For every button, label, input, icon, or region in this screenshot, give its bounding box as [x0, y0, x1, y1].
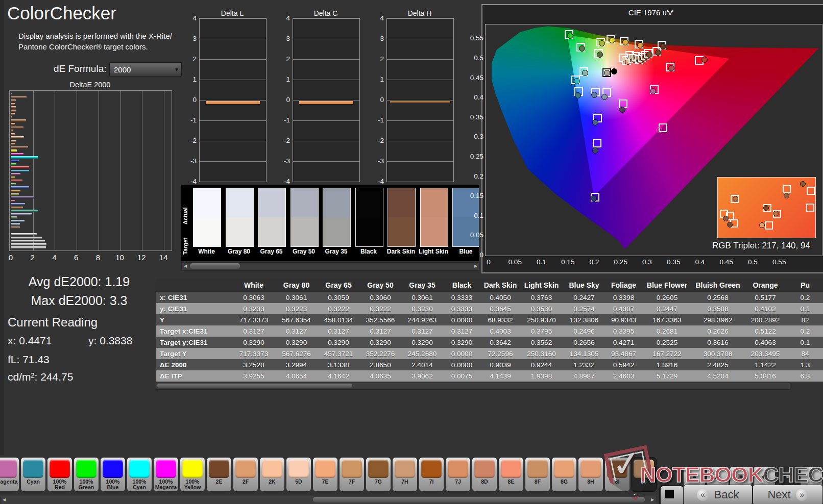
patch-button-8g[interactable]: 8G	[551, 457, 577, 492]
pattern-button[interactable]: ▶	[707, 466, 729, 487]
table-row: y: CIE310.32330.32230.32220.32220.32300.…	[156, 303, 823, 314]
back-button[interactable]: « Back	[683, 485, 753, 504]
patch-button-100--magenta[interactable]: 100% Magenta	[153, 457, 179, 492]
pattern-button[interactable]: ▲	[800, 466, 822, 487]
patch-button-8d[interactable]: 8D	[472, 457, 497, 492]
axis-tick-label: -4	[183, 178, 197, 185]
pattern-button[interactable]: ◆	[753, 466, 776, 487]
patch-button-100--cyan[interactable]: 100% Cyan	[127, 457, 152, 492]
patch-button-label: 7E	[313, 479, 337, 485]
patch-button-100--red[interactable]: 100% Red	[47, 457, 72, 492]
patch-button-label: 8J	[632, 479, 656, 485]
table-cell: 0.0000	[443, 348, 480, 359]
patch-button-100--green[interactable]: 100% Green	[74, 457, 99, 492]
patch-scrollbar[interactable]: ◀ ▶	[0, 496, 657, 504]
axis-tick-label: -2	[183, 137, 197, 144]
axis-tick-label: 0.1	[466, 212, 483, 219]
next-button[interactable]: Next »	[753, 485, 823, 504]
scroll-right-icon[interactable]: ▶	[649, 497, 656, 503]
axis-tick-label: 0.35	[466, 113, 483, 121]
axis-tick-label: 4	[371, 14, 384, 22]
patch-button-7j[interactable]: 7J	[445, 457, 471, 492]
deltae-bar	[11, 166, 29, 168]
patch-button-8h[interactable]: 8H	[578, 457, 603, 492]
deltae-bar	[11, 140, 16, 142]
patch-button-label: 8H	[578, 479, 603, 485]
swatch-scrollbar-thumb[interactable]	[190, 263, 240, 269]
patch-button-7i[interactable]: 7I	[419, 457, 444, 492]
table-cell: 4.5204	[692, 370, 743, 382]
deltae-bar	[11, 149, 17, 152]
pattern-window-button[interactable]	[659, 485, 685, 504]
table-scrollbar-thumb[interactable]	[157, 384, 352, 388]
patch-button-magenta[interactable]: Magenta	[0, 457, 19, 492]
axis-tick-label: 3	[371, 35, 384, 42]
axis-tick-label: 0.35	[667, 258, 680, 266]
row-label: Y	[156, 314, 232, 325]
patch-button-label: 2K	[260, 479, 284, 485]
column-header: Black	[443, 279, 480, 292]
deltae-bar	[11, 226, 20, 229]
patch-button-8i[interactable]: 8I	[604, 457, 630, 492]
swatch-scrollbar[interactable]: ◀ ▶	[181, 262, 480, 271]
table-cell: 1.8916	[642, 359, 692, 370]
patch-color-chip	[580, 460, 601, 478]
axis-tick-label: 4	[52, 253, 56, 262]
scroll-left-icon[interactable]: ◀	[182, 263, 188, 269]
swatch-target	[421, 217, 448, 246]
pattern-button[interactable]: ▣	[730, 466, 752, 487]
patch-button-7g[interactable]: 7G	[366, 457, 391, 492]
patch-button-2e[interactable]: 2E	[206, 457, 232, 492]
axis-tick-label: 0.1	[537, 258, 546, 266]
patch-button-100--blue[interactable]: 100% Blue	[100, 457, 126, 492]
scroll-left-icon[interactable]: ◀	[1, 497, 7, 503]
patch-button-cyan[interactable]: Cyan	[20, 457, 46, 492]
patch-color-chip	[315, 460, 335, 478]
patch-button-8j[interactable]: 8J	[631, 457, 657, 492]
patch-button-7h[interactable]: 7H	[392, 457, 418, 492]
inset-target-square	[807, 187, 815, 195]
deltae-bar	[11, 186, 29, 188]
gridline	[293, 18, 359, 19]
de-formula-dropdown[interactable]: 2000 ▼	[109, 62, 182, 77]
gridline	[293, 120, 359, 121]
patch-button-7e[interactable]: 7E	[312, 457, 338, 492]
axis-tick-label: -1	[277, 116, 290, 124]
deltae-bar	[11, 119, 26, 121]
inset-measured-circle	[784, 193, 789, 198]
table-cell: 0.0000	[443, 314, 480, 325]
table-cell: 717.3373	[232, 348, 275, 359]
patch-button-8e[interactable]: 8E	[498, 457, 524, 492]
delta-l-chart: 43210-1-2-3-4	[199, 18, 267, 182]
swatch-white	[193, 188, 221, 247]
patch-button-100--yellow[interactable]: 100% Yellow	[180, 457, 205, 492]
patch-button-2k[interactable]: 2K	[259, 457, 285, 492]
inset-target-square	[783, 185, 791, 193]
table-scrollbar[interactable]	[156, 383, 790, 390]
table-cell: 0.3290	[443, 337, 480, 348]
gridline	[293, 59, 359, 60]
chevron-down-icon[interactable]: ▼	[172, 67, 181, 72]
delta-c-title: Delta C	[293, 9, 359, 17]
scroll-right-icon[interactable]: ▶	[473, 263, 479, 269]
patch-scrollbar-thumb[interactable]	[313, 497, 645, 502]
pattern-button[interactable]: ■	[683, 466, 706, 487]
patch-button-8f[interactable]: 8F	[525, 457, 550, 492]
cie-measured-circle	[619, 107, 625, 113]
patch-button-2f[interactable]: 2F	[233, 457, 258, 492]
deltae-bar	[11, 213, 32, 215]
table-cell: 0.3398	[606, 292, 642, 303]
swatch-actual	[193, 188, 221, 217]
gridline	[77, 91, 77, 250]
swatch-target	[226, 217, 253, 246]
axis-tick-label: 0.05	[509, 258, 522, 266]
patch-color-chip	[129, 460, 150, 478]
patch-button-7f[interactable]: 7F	[339, 457, 365, 492]
column-header: Blue Sky	[563, 279, 606, 292]
table-cell: 352.2276	[359, 348, 401, 359]
patch-button-5d[interactable]: 5D	[286, 457, 311, 492]
table-cell: 0.2525	[642, 337, 692, 348]
pattern-button[interactable]: ●	[777, 466, 799, 487]
deltae-chart-title: DeltaE 2000	[9, 81, 171, 89]
swatch-black	[355, 188, 383, 247]
